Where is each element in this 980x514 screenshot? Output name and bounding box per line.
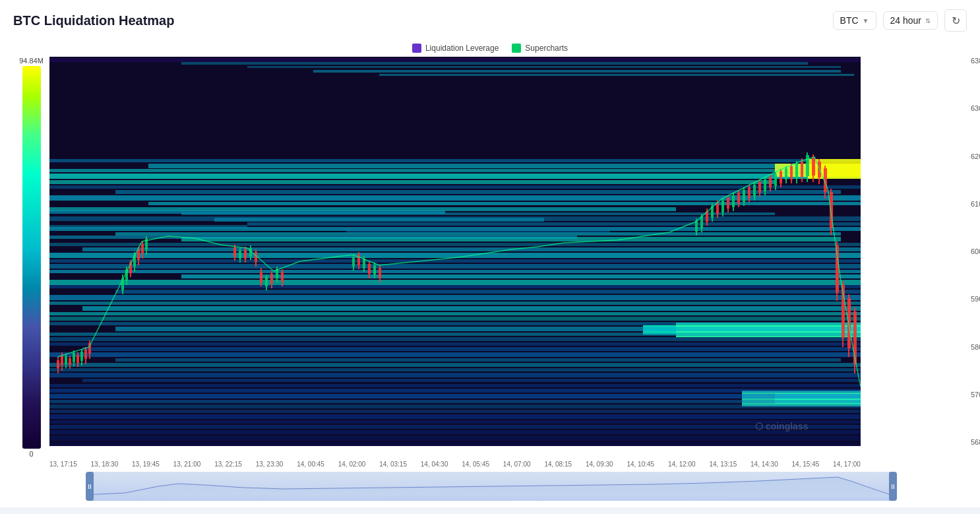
- controls: BTC ▼ 24 hour ⇅ ↻: [833, 9, 967, 32]
- svg-rect-67: [49, 210, 445, 214]
- x-label-8: 14, 03:15: [379, 461, 407, 468]
- svg-rect-35: [115, 290, 861, 294]
- svg-rect-20: [247, 222, 861, 226]
- svg-rect-57: [49, 394, 861, 399]
- svg-rect-3: [247, 66, 841, 68]
- header: BTC Liquidation Heatmap BTC ▼ 24 hour ⇅ …: [0, 0, 980, 38]
- svg-rect-56: [49, 389, 861, 393]
- svg-rect-65: [49, 435, 861, 441]
- chart-container: Liquidation Leverage Supercharts 94.84M …: [0, 38, 980, 507]
- svg-rect-47: [49, 342, 861, 346]
- color-scale: 94.84M 0: [13, 57, 49, 458]
- pause-icon-left: ⏸: [86, 483, 93, 490]
- x-label-4: 13, 22:15: [214, 461, 242, 468]
- svg-rect-157: [748, 187, 750, 198]
- chart-navigator[interactable]: ⏸ ⏸: [86, 472, 897, 501]
- x-label-10: 14, 05:45: [462, 461, 489, 468]
- svg-rect-7: [148, 164, 861, 168]
- scale-top-label: 94.84M: [19, 57, 44, 65]
- svg-rect-69: [49, 225, 247, 228]
- x-label-0: 13, 17:15: [49, 461, 77, 468]
- svg-rect-31: [49, 280, 861, 285]
- svg-rect-171: [785, 169, 787, 179]
- svg-text:⬡ coinglass: ⬡ coinglass: [755, 421, 809, 432]
- svg-rect-6: [49, 159, 861, 162]
- x-label-16: 14, 13:15: [710, 461, 737, 468]
- x-label-2: 13, 19:45: [132, 461, 160, 468]
- svg-rect-54: [82, 379, 861, 382]
- svg-rect-27: [49, 259, 861, 263]
- svg-rect-105: [233, 247, 236, 257]
- svg-rect-133: [373, 265, 376, 274]
- svg-rect-48: [82, 347, 861, 351]
- y-label-63000: 63000: [967, 104, 980, 112]
- svg-rect-25: [82, 247, 861, 251]
- svg-rect-37: [49, 302, 861, 305]
- svg-rect-51: [49, 363, 861, 367]
- svg-rect-159: [753, 185, 756, 197]
- svg-rect-1: [49, 58, 861, 62]
- svg-rect-52: [49, 368, 861, 371]
- timeframe-dropdown[interactable]: 24 hour ⇅: [883, 11, 938, 30]
- svg-rect-81: [73, 353, 75, 362]
- legend-label-supercharts: Supercharts: [525, 44, 568, 53]
- svg-rect-193: [847, 298, 851, 348]
- y-label-57000: 57000: [967, 391, 980, 399]
- x-labels: 13, 17:15 13, 18:30 13, 19:45 13, 21:00 …: [49, 461, 861, 468]
- svg-rect-42: [115, 327, 861, 331]
- svg-rect-29: [49, 270, 861, 273]
- legend-item-supercharts: Supercharts: [512, 44, 568, 53]
- y-axis: 63881 63000 62000 61000 60000 59000 5800…: [967, 57, 980, 446]
- svg-rect-107: [239, 251, 241, 259]
- svg-rect-125: [352, 257, 355, 267]
- navigator-handle-left[interactable]: ⏸: [86, 472, 94, 501]
- svg-rect-149: [727, 198, 729, 209]
- x-label-15: 14, 12:00: [668, 461, 696, 468]
- svg-rect-61: [49, 414, 861, 419]
- y-label-59000: 59000: [967, 295, 980, 303]
- navigator-chart: [86, 472, 897, 501]
- svg-rect-135: [379, 268, 381, 278]
- x-label-12: 14, 08:15: [544, 461, 572, 468]
- svg-rect-60: [49, 410, 861, 413]
- legend-item-leverage: Liquidation Leverage: [412, 44, 499, 53]
- svg-rect-41: [49, 322, 861, 325]
- page-title: BTC Liquidation Heatmap: [13, 13, 174, 28]
- svg-rect-58: [49, 400, 861, 403]
- svg-rect-71: [49, 236, 577, 239]
- timeframe-arrow: ⇅: [925, 17, 931, 24]
- svg-rect-39: [49, 312, 861, 315]
- refresh-button[interactable]: ↻: [944, 9, 967, 32]
- svg-rect-131: [368, 264, 371, 274]
- svg-rect-153: [737, 193, 740, 203]
- svg-rect-49: [49, 352, 861, 357]
- svg-rect-40: [49, 317, 861, 321]
- svg-rect-8: [49, 169, 861, 172]
- heatmap-svg: ⬡ coinglass: [49, 57, 861, 446]
- svg-rect-169: [780, 172, 782, 183]
- svg-rect-83: [77, 355, 79, 363]
- svg-rect-73: [57, 360, 59, 368]
- svg-rect-70: [346, 230, 610, 233]
- svg-rect-137: [695, 221, 698, 232]
- svg-rect-2: [181, 62, 808, 65]
- heatmap-wrapper: ⬡ coinglass 63881 63000 62000 61000 6000…: [49, 57, 967, 458]
- y-label-58000: 58000: [967, 343, 980, 351]
- svg-rect-24: [49, 243, 861, 246]
- y-label-61000: 61000: [967, 200, 980, 208]
- btc-dropdown[interactable]: BTC ▼: [833, 11, 876, 30]
- x-label-9: 14, 04:30: [421, 461, 448, 468]
- svg-rect-5: [379, 74, 854, 76]
- svg-rect-64: [49, 430, 861, 434]
- svg-rect-147: [721, 201, 724, 212]
- x-label-6: 14, 00:45: [297, 461, 324, 468]
- main-chart-area: 94.84M 0: [13, 57, 967, 458]
- navigator-handle-right[interactable]: ⏸: [889, 472, 897, 501]
- heatmap-canvas[interactable]: ⬡ coinglass: [49, 57, 861, 446]
- svg-rect-173: [790, 166, 793, 179]
- svg-rect-163: [764, 179, 766, 191]
- x-label-17: 14, 14:30: [750, 461, 778, 468]
- y-label-62000: 62000: [967, 152, 980, 160]
- timeframe-label: 24 hour: [890, 15, 921, 26]
- svg-rect-66: [49, 442, 861, 446]
